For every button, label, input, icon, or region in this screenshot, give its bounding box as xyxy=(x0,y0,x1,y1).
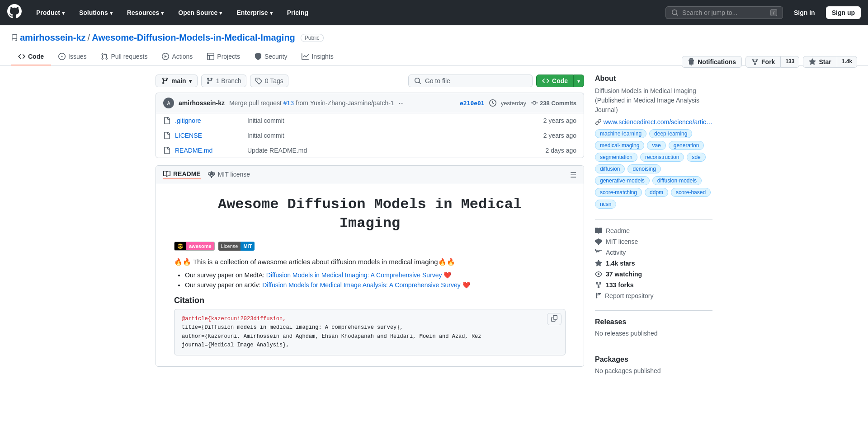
balance-meta-icon xyxy=(595,238,602,245)
readme-title: Awesome Diffusion Models in MedicalImagi… xyxy=(174,195,566,233)
file-name-license[interactable]: LICENSE xyxy=(175,132,243,139)
nav-product[interactable]: Product xyxy=(33,7,68,18)
tag-diffusion-models[interactable]: diffusion-models xyxy=(652,176,702,185)
tag-score-based[interactable]: score-based xyxy=(671,188,711,197)
visibility-badge: Public xyxy=(301,34,324,42)
nav-open-source[interactable]: Open Source xyxy=(175,7,226,18)
commit-dots[interactable]: ··· xyxy=(399,99,404,107)
tag-vae[interactable]: vae xyxy=(647,141,665,150)
pr-link[interactable]: #13 xyxy=(283,99,294,107)
tag-segmentation[interactable]: segmentation xyxy=(595,153,637,162)
owner-link[interactable]: amirhossein-kz xyxy=(20,33,86,43)
watching-meta-link[interactable]: 37 watching xyxy=(606,271,642,278)
search-box[interactable]: / xyxy=(665,6,783,19)
stars-meta[interactable]: 1.4k stars xyxy=(595,260,712,267)
repo-link[interactable]: www.sciencedirect.com/science/artic… xyxy=(595,118,712,126)
nav-enterprise[interactable]: Enterprise xyxy=(233,7,276,18)
repo-link-text: www.sciencedirect.com/science/artic… xyxy=(604,118,712,126)
star-label: Star xyxy=(819,58,831,65)
file-age-license: 2 years ago xyxy=(543,132,576,139)
tag-count-btn[interactable]: 0 Tags xyxy=(250,75,288,87)
tag-score-matching[interactable]: score-matching xyxy=(595,188,642,197)
tab-pull-requests[interactable]: Pull requests xyxy=(94,48,155,65)
tag-diffusion[interactable]: diffusion xyxy=(595,164,625,173)
star-count[interactable]: 1.4k xyxy=(837,56,857,68)
file-age-gitignore: 2 years ago xyxy=(543,117,576,124)
go-to-file-btn[interactable]: Go to file xyxy=(408,75,533,87)
tab-security[interactable]: Security xyxy=(247,48,295,65)
citation-line1: @article{kazerouni2023diffusion, xyxy=(182,316,286,322)
copy-button[interactable] xyxy=(547,313,561,325)
commits-link[interactable]: 238 Commits xyxy=(531,99,576,107)
star-button[interactable]: Star xyxy=(803,56,837,68)
file-name-readme[interactable]: README.md xyxy=(175,147,243,154)
tab-code[interactable]: Code xyxy=(11,48,51,65)
sign-up-button[interactable]: Sign up xyxy=(826,6,861,19)
sign-in-button[interactable]: Sign in xyxy=(790,7,819,18)
tag-deep-learning[interactable]: deep-learning xyxy=(649,129,692,138)
bell-icon xyxy=(688,58,695,65)
releases-section: Releases No releases published xyxy=(595,318,712,337)
tab-insights[interactable]: Insights xyxy=(294,48,340,65)
code-btn-chevron-icon xyxy=(577,78,580,84)
search-input[interactable] xyxy=(682,9,767,16)
branch-count-btn[interactable]: 1 Branch xyxy=(201,75,246,87)
tag-machine-learning[interactable]: machine-learning xyxy=(595,129,646,138)
repo-header: amirhossein-kz / Awesome-Diffusion-Model… xyxy=(0,25,868,65)
tab-readme[interactable]: README xyxy=(163,170,201,179)
watching-meta[interactable]: 37 watching xyxy=(595,271,712,278)
tag-denoising[interactable]: denoising xyxy=(627,164,660,173)
no-releases: No releases published xyxy=(595,330,712,337)
stars-meta-link[interactable]: 1.4k stars xyxy=(606,260,635,267)
tab-actions[interactable]: Actions xyxy=(155,48,200,65)
code-btn-dropdown[interactable] xyxy=(574,75,584,87)
code-button[interactable]: Code xyxy=(536,75,574,87)
commit-hash[interactable]: e210e01 xyxy=(460,100,485,107)
branch-chevron-icon xyxy=(189,77,192,84)
tag-generation[interactable]: generation xyxy=(669,141,704,150)
tab-issues[interactable]: Issues xyxy=(51,48,94,65)
badge-awesome-left: 😎 xyxy=(175,242,186,250)
nav-solutions[interactable]: Solutions xyxy=(75,7,116,18)
nav-pricing[interactable]: Pricing xyxy=(283,7,312,18)
tab-license[interactable]: MIT license xyxy=(208,170,250,179)
readme-tabs: README MIT license xyxy=(163,170,250,179)
commit-row: A amirhossein-kz Merge pull request #13 … xyxy=(156,93,584,113)
readme-options-icon[interactable]: ☰ xyxy=(570,171,576,179)
readme-meta[interactable]: Readme xyxy=(595,227,712,234)
github-logo-icon[interactable] xyxy=(7,4,22,21)
report-link[interactable]: Report repository xyxy=(595,292,712,299)
readme-tab-label: README xyxy=(173,170,201,177)
tag-medical-imaging[interactable]: medical-imaging xyxy=(595,141,644,150)
file-name-gitignore[interactable]: .gitignore xyxy=(175,117,243,124)
tab-projects[interactable]: Projects xyxy=(200,48,247,65)
tag-ncsn[interactable]: ncsn xyxy=(595,200,616,209)
citation-line4: journal={Medical Image Analysis}, xyxy=(182,342,289,348)
commit-author[interactable]: amirhossein-kz xyxy=(179,99,225,107)
fork-button[interactable]: Fork xyxy=(745,56,781,68)
product-chevron-icon xyxy=(62,9,65,16)
survey-arxiv-link[interactable]: Diffusion Models for Medical Image Analy… xyxy=(262,281,461,289)
tag-reconstruction[interactable]: reconstruction xyxy=(640,153,684,162)
forks-meta[interactable]: 133 forks xyxy=(595,281,712,289)
tag-sde[interactable]: sde xyxy=(687,153,705,162)
sidebar-divider xyxy=(595,220,712,220)
nav-resources[interactable]: Resources xyxy=(123,7,168,18)
fork-count[interactable]: 133 xyxy=(781,56,799,68)
repo-name-link[interactable]: Awesome-Diffusion-Models-in-Medical-Imag… xyxy=(92,33,295,43)
branch-selector[interactable]: main xyxy=(156,75,198,87)
notifications-button[interactable]: Notifications xyxy=(682,56,742,68)
book-meta-icon xyxy=(595,227,602,234)
forks-meta-link[interactable]: 133 forks xyxy=(606,281,633,289)
survey-media-link[interactable]: Diffusion Models in Medical Imaging: A C… xyxy=(266,271,442,279)
code-btn-icon xyxy=(542,77,549,84)
activity-meta[interactable]: Activity xyxy=(595,249,712,256)
license-meta-label: MIT license xyxy=(606,238,638,245)
license-meta[interactable]: MIT license xyxy=(595,238,712,245)
code-btn-label: Code xyxy=(552,77,568,84)
clock-icon xyxy=(489,99,496,107)
tag-generative-models[interactable]: generative-models xyxy=(595,176,650,185)
solutions-chevron-icon xyxy=(110,9,113,16)
about-title: About xyxy=(595,75,712,83)
tag-ddpm[interactable]: ddpm xyxy=(645,188,668,197)
